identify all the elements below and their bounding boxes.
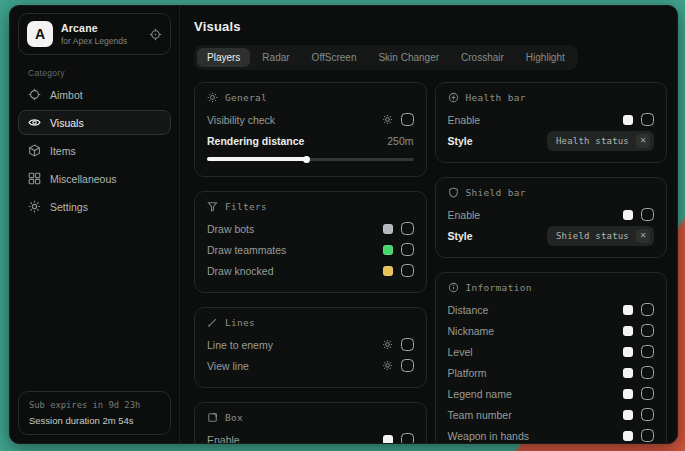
color-swatch[interactable] <box>623 326 633 336</box>
draw-knocked-row: Draw knocked <box>207 260 414 281</box>
section-title: Health bar <box>466 92 526 103</box>
shield-enable-checkbox[interactable] <box>641 208 654 221</box>
lines-card: Lines Line to enemy View line <box>194 307 427 388</box>
sidebar: A Arcane for Apex Legends Category Aimbo… <box>10 6 180 443</box>
sidebar-item-aimbot[interactable]: Aimbot <box>18 82 171 107</box>
sidebar-nav: Aimbot Visuals Items Miscellaneous <box>18 82 171 219</box>
sidebar-item-visuals[interactable]: Visuals <box>18 110 171 135</box>
color-swatch[interactable] <box>623 210 633 220</box>
color-swatch[interactable] <box>623 368 633 378</box>
distance-checkbox[interactable] <box>641 303 654 316</box>
level-checkbox[interactable] <box>641 345 654 358</box>
health-enable-row: Enable <box>448 109 655 130</box>
weapon-in-hands-row: Weapon in hands <box>448 425 655 443</box>
sub-expiry-text: Sub expires in 9d 23h <box>29 400 160 410</box>
shield-icon <box>448 187 459 198</box>
selected-style-tag: Health status <box>556 136 629 146</box>
crosshair-icon <box>28 88 41 101</box>
color-swatch[interactable] <box>383 245 393 255</box>
color-swatch[interactable] <box>623 347 633 357</box>
slider-fill <box>207 157 306 161</box>
selected-style-tag: Shield status <box>556 231 629 241</box>
sidebar-item-label: Aimbot <box>50 89 83 101</box>
category-label: Category <box>28 68 171 78</box>
slider-knob[interactable] <box>303 156 310 163</box>
row-label: Draw bots <box>207 223 254 235</box>
tab-players[interactable]: Players <box>197 48 250 67</box>
legend-name-row: Legend name <box>448 383 655 404</box>
box-enable-checkbox[interactable] <box>401 433 414 443</box>
color-swatch[interactable] <box>383 435 393 444</box>
team-number-checkbox[interactable] <box>641 408 654 421</box>
app-names: Arcane for Apex Legends <box>61 22 141 46</box>
health-enable-checkbox[interactable] <box>641 113 654 126</box>
health-style-select[interactable]: Health status ✕ <box>547 131 654 151</box>
nickname-checkbox[interactable] <box>641 324 654 337</box>
view-line-checkbox[interactable] <box>401 359 414 372</box>
shield-style-select[interactable]: Shield status ✕ <box>547 226 654 246</box>
session-duration-text: Session duration 2m 54s <box>29 415 160 426</box>
page-title: Visuals <box>194 19 667 34</box>
draw-knocked-checkbox[interactable] <box>401 264 414 277</box>
tab-offscreen[interactable]: OffScreen <box>302 48 367 67</box>
draw-teammates-row: Draw teammates <box>207 239 414 260</box>
draw-teammates-checkbox[interactable] <box>401 243 414 256</box>
main-panel: Visuals Players Radar OffScreen Skin Cha… <box>180 6 677 443</box>
section-title: Box <box>225 412 243 423</box>
gear-icon[interactable] <box>382 114 393 125</box>
rendering-distance-slider[interactable] <box>207 153 414 165</box>
section-title: General <box>225 92 267 103</box>
sun-icon <box>207 92 218 103</box>
row-label: Legend name <box>448 388 512 400</box>
nickname-row: Nickname <box>448 320 655 341</box>
visibility-check-checkbox[interactable] <box>401 113 414 126</box>
color-swatch[interactable] <box>383 224 393 234</box>
shield-enable-row: Enable <box>448 204 655 225</box>
color-swatch[interactable] <box>623 431 633 441</box>
tab-highlight[interactable]: Highlight <box>516 48 575 67</box>
rendering-distance-row: Rendering distance 250m <box>207 130 414 151</box>
app-title: Arcane <box>61 22 141 34</box>
sidebar-item-settings[interactable]: Settings <box>18 194 171 219</box>
gear-icon[interactable] <box>382 360 393 371</box>
grid-icon <box>28 172 41 185</box>
line-to-enemy-checkbox[interactable] <box>401 338 414 351</box>
platform-checkbox[interactable] <box>641 366 654 379</box>
app-logo: A <box>27 21 53 47</box>
sidebar-item-miscellaneous[interactable]: Miscellaneous <box>18 166 171 191</box>
section-title: Shield bar <box>466 187 526 198</box>
weapon-in-hands-checkbox[interactable] <box>641 429 654 442</box>
right-column: Health bar Enable Style Health status <box>435 82 668 443</box>
legend-name-checkbox[interactable] <box>641 387 654 400</box>
draw-bots-checkbox[interactable] <box>401 222 414 235</box>
team-number-row: Team number <box>448 404 655 425</box>
remove-tag-icon[interactable]: ✕ <box>636 134 650 148</box>
information-card: Information Distance Nickname Level <box>435 272 668 443</box>
view-line-row: View line <box>207 355 414 376</box>
color-swatch[interactable] <box>623 389 633 399</box>
color-swatch[interactable] <box>623 305 633 315</box>
row-label: Platform <box>448 367 487 379</box>
sidebar-item-items[interactable]: Items <box>18 138 171 163</box>
row-label: Team number <box>448 409 512 421</box>
row-label: Draw teammates <box>207 244 286 256</box>
level-row: Level <box>448 341 655 362</box>
color-swatch[interactable] <box>383 266 393 276</box>
box-card: Box Enable Enable background <box>194 402 427 443</box>
row-label: View line <box>207 360 249 372</box>
target-icon[interactable] <box>149 28 162 41</box>
row-label: Enable <box>448 209 481 221</box>
gear-icon[interactable] <box>382 339 393 350</box>
remove-tag-icon[interactable]: ✕ <box>636 229 650 243</box>
app-window: A Arcane for Apex Legends Category Aimbo… <box>9 5 678 444</box>
color-swatch[interactable] <box>623 410 633 420</box>
health-style-row: Style Health status ✕ <box>448 130 655 151</box>
color-swatch[interactable] <box>623 115 633 125</box>
tab-radar[interactable]: Radar <box>252 48 299 67</box>
sidebar-item-label: Settings <box>50 201 88 213</box>
tab-skin-changer[interactable]: Skin Changer <box>368 48 449 67</box>
section-title: Information <box>466 282 532 293</box>
tab-crosshair[interactable]: Crosshair <box>451 48 514 67</box>
shield-bar-card: Shield bar Enable Style Shield status <box>435 177 668 258</box>
row-label: Visibility check <box>207 114 275 126</box>
